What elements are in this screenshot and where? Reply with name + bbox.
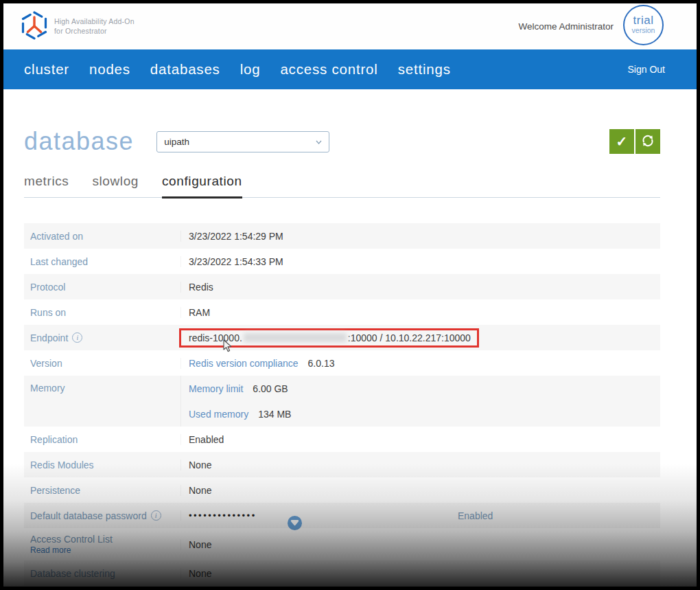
- refresh-button[interactable]: [635, 129, 660, 154]
- row-value: None: [180, 568, 660, 579]
- memory-limit-value: 6.00 GB: [253, 383, 288, 394]
- row-label: Memory: [24, 376, 180, 394]
- row-value: Redis version compliance 6.0.13: [180, 358, 660, 369]
- row-endpoint: Endpoint i redis-10000. :10000 / 10.10.2…: [24, 325, 660, 350]
- row-label: Access Control List Read more: [24, 534, 180, 555]
- row-value: 3/23/2022 1:54:29 PM: [180, 231, 660, 242]
- row-value: 3/23/2022 1:54:33 PM: [180, 256, 660, 267]
- main-nav: cluster nodes databases log access contr…: [3, 49, 697, 89]
- read-more-link[interactable]: Read more: [30, 545, 113, 555]
- row-version: Version Redis version compliance 6.0.13: [24, 350, 660, 376]
- reveal-password-button[interactable]: [288, 516, 302, 530]
- password-masked-value: ••••••••••••••: [189, 510, 257, 521]
- nav-item-access-control[interactable]: access control: [280, 61, 377, 78]
- welcome-text: Welcome Administrator: [518, 21, 614, 32]
- row-database-clustering: Database clustering None: [24, 560, 660, 586]
- database-select-value: uipath: [164, 137, 189, 147]
- row-value: RAM: [180, 307, 660, 318]
- row-label: Default database password i: [24, 510, 180, 521]
- row-value: None: [180, 539, 660, 550]
- page-content: database uipath ✓: [3, 128, 697, 586]
- used-memory-value: 134 MB: [258, 409, 291, 420]
- nav-item-cluster[interactable]: cluster: [24, 61, 69, 78]
- sign-out-link[interactable]: Sign Out: [628, 64, 665, 75]
- nav-item-databases[interactable]: databases: [150, 61, 220, 78]
- info-icon[interactable]: i: [151, 510, 161, 521]
- nav-item-settings[interactable]: settings: [398, 61, 451, 78]
- tab-metrics[interactable]: metrics: [24, 174, 69, 197]
- row-label: Replication: [24, 434, 180, 445]
- row-value: None: [180, 459, 660, 470]
- row-protocol: Protocol Redis: [24, 274, 660, 299]
- version-compliance-label: Redis version compliance: [189, 358, 299, 369]
- eye-icon: [290, 518, 299, 528]
- endpoint-highlight: redis-10000. :10000 / 10.10.22.217:10000: [179, 328, 479, 348]
- check-icon: ✓: [616, 135, 628, 148]
- brand: High Availability Add-On for Orchestrato…: [21, 10, 135, 43]
- info-icon[interactable]: i: [72, 332, 82, 343]
- row-value: redis-10000. :10000 / 10.10.22.217:10000: [180, 328, 660, 348]
- nav-item-nodes[interactable]: nodes: [89, 61, 130, 78]
- endpoint-value-suffix: :10000 / 10.10.22.217:10000: [348, 332, 471, 343]
- tab-slowlog[interactable]: slowlog: [92, 174, 139, 197]
- configuration-table: Activated on 3/23/2022 1:54:29 PM Last c…: [24, 223, 660, 586]
- app-window: High Availability Add-On for Orchestrato…: [0, 0, 700, 590]
- endpoint-value-prefix: redis-10000.: [189, 332, 242, 343]
- database-select[interactable]: uipath: [156, 131, 329, 152]
- apply-button[interactable]: ✓: [609, 129, 634, 154]
- row-label: Runs on: [24, 307, 180, 318]
- row-label: Version: [24, 358, 180, 369]
- row-label: Endpoint i: [24, 332, 180, 343]
- row-label: Last changed: [24, 256, 180, 267]
- version-value: 6.0.13: [308, 358, 335, 369]
- nav-item-log[interactable]: log: [240, 61, 261, 78]
- row-access-control-list: Access Control List Read more None: [24, 528, 660, 560]
- row-value: Enabled: [180, 434, 660, 445]
- row-last-changed: Last changed 3/23/2022 1:54:33 PM: [24, 249, 660, 274]
- chevron-down-icon: [316, 137, 322, 146]
- top-header: High Availability Add-On for Orchestrato…: [3, 3, 697, 49]
- trial-version-badge: trial version: [623, 5, 664, 45]
- row-runs-on: Runs on RAM: [24, 299, 660, 325]
- row-label: Persistence: [24, 485, 180, 496]
- row-label: Database clustering: [24, 568, 180, 579]
- row-redis-modules: Redis Modules None: [24, 452, 660, 477]
- password-status: Enabled: [458, 510, 493, 521]
- hexagon-y-logo-icon: [21, 10, 48, 43]
- row-label: Protocol: [24, 282, 180, 293]
- endpoint-redacted-segment: [244, 333, 347, 342]
- product-name: High Availability Add-On for Orchestrato…: [54, 17, 135, 35]
- row-value: None: [180, 485, 660, 496]
- row-value: Memory limit 6.00 GB Used memory 134 MB: [180, 376, 660, 427]
- refresh-icon: [640, 133, 655, 150]
- row-activated-on: Activated on 3/23/2022 1:54:29 PM: [24, 223, 660, 249]
- row-memory: Memory Memory limit 6.00 GB Used memory …: [24, 376, 660, 427]
- row-value: Redis: [180, 282, 660, 293]
- tab-configuration[interactable]: configuration: [162, 174, 242, 197]
- row-default-password: Default database password i ••••••••••••…: [24, 503, 660, 528]
- memory-limit-label: Memory limit: [189, 383, 243, 394]
- page-title: database: [24, 129, 134, 154]
- tab-bar: metrics slowlog configuration: [24, 174, 660, 198]
- used-memory-label: Used memory: [189, 409, 248, 420]
- row-persistence: Persistence None: [24, 477, 660, 503]
- row-value: •••••••••••••• Enabled: [180, 510, 660, 521]
- row-label: Redis Modules: [24, 459, 180, 470]
- row-label: Activated on: [24, 231, 180, 242]
- row-replication: Replication Enabled: [24, 427, 660, 452]
